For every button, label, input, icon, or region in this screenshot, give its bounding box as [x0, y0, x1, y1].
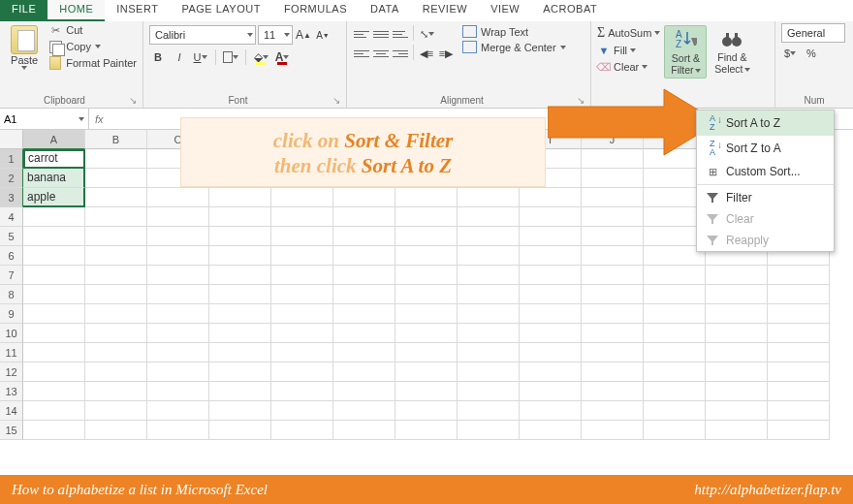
cell[interactable]: [520, 343, 582, 362]
cell[interactable]: [209, 343, 271, 362]
cell[interactable]: [768, 304, 830, 324]
cell[interactable]: [209, 246, 271, 266]
cell[interactable]: [706, 285, 768, 304]
cell[interactable]: [582, 324, 644, 343]
cell[interactable]: [644, 421, 706, 440]
row-header-14[interactable]: 14: [0, 401, 23, 421]
cell[interactable]: [520, 304, 582, 324]
menu-sort-a-z[interactable]: AZ↓Sort A to Z: [697, 110, 834, 136]
cell[interactable]: [209, 382, 271, 401]
row-header-8[interactable]: 8: [0, 285, 23, 304]
tab-view[interactable]: VIEW: [479, 0, 531, 21]
cell[interactable]: [209, 227, 271, 246]
cell[interactable]: [85, 246, 147, 266]
font-color-button[interactable]: A: [273, 48, 291, 66]
menu-filter[interactable]: Filter: [697, 187, 834, 208]
cell[interactable]: [333, 401, 395, 421]
cell[interactable]: [458, 285, 520, 304]
cell[interactable]: [209, 304, 271, 324]
underline-button[interactable]: U: [192, 48, 209, 66]
percent-format-button[interactable]: %: [803, 45, 820, 62]
tab-formulas[interactable]: FORMULAS: [272, 0, 359, 21]
row-header-2[interactable]: 2: [0, 169, 23, 188]
cell[interactable]: [706, 362, 768, 382]
cell[interactable]: [333, 207, 395, 227]
cell[interactable]: [644, 343, 706, 362]
copy-button[interactable]: Copy: [48, 40, 137, 53]
cell[interactable]: [333, 324, 395, 343]
chevron-down-icon[interactable]: [95, 45, 101, 48]
cell[interactable]: [706, 343, 768, 362]
row-header-1[interactable]: 1: [0, 149, 23, 169]
increase-font-button[interactable]: A▲: [295, 26, 312, 44]
cell[interactable]: [147, 324, 209, 343]
select-all-corner[interactable]: [0, 130, 23, 149]
cell[interactable]: [395, 188, 458, 207]
cell[interactable]: [768, 266, 830, 285]
row-header-4[interactable]: 4: [0, 207, 23, 227]
cell[interactable]: [333, 188, 395, 207]
increase-indent-button[interactable]: ≡▶: [437, 45, 455, 62]
cell[interactable]: [209, 421, 271, 440]
cell[interactable]: [395, 324, 458, 343]
format-painter-button[interactable]: Format Painter: [48, 56, 137, 70]
cell[interactable]: [395, 421, 458, 440]
cell[interactable]: [395, 246, 458, 266]
cell[interactable]: [85, 382, 147, 401]
cell[interactable]: [458, 421, 520, 440]
cell[interactable]: [209, 266, 271, 285]
cell[interactable]: [520, 285, 582, 304]
name-box-input[interactable]: [4, 113, 79, 125]
row-header-6[interactable]: 6: [0, 246, 23, 266]
font-size-combo[interactable]: 11: [258, 25, 293, 45]
cell[interactable]: [644, 324, 706, 343]
cell[interactable]: [395, 382, 458, 401]
cell[interactable]: [333, 304, 395, 324]
cell[interactable]: [458, 343, 520, 362]
cell[interactable]: [147, 382, 209, 401]
cell[interactable]: [147, 304, 209, 324]
cell[interactable]: [23, 227, 85, 246]
cell[interactable]: [520, 324, 582, 343]
cell[interactable]: [458, 227, 520, 246]
cell[interactable]: [706, 401, 768, 421]
cell[interactable]: [395, 362, 458, 382]
cell[interactable]: [147, 188, 209, 207]
cell[interactable]: [458, 324, 520, 343]
cell[interactable]: [209, 401, 271, 421]
row-header-7[interactable]: 7: [0, 266, 23, 285]
cell[interactable]: [23, 324, 85, 343]
align-bottom-button[interactable]: [392, 25, 409, 43]
menu-custom-sort[interactable]: ⊞Custom Sort...: [697, 161, 834, 182]
cell[interactable]: [582, 285, 644, 304]
cell[interactable]: [582, 246, 644, 266]
cell[interactable]: [209, 362, 271, 382]
cell[interactable]: [271, 188, 333, 207]
cell[interactable]: [706, 324, 768, 343]
name-box[interactable]: [0, 109, 89, 129]
number-format-combo[interactable]: General: [781, 23, 845, 43]
cell[interactable]: [395, 401, 458, 421]
merge-center-button[interactable]: Merge & Center: [462, 41, 566, 53]
cell[interactable]: [706, 421, 768, 440]
row-header-3[interactable]: 3: [0, 188, 23, 207]
cell[interactable]: [271, 362, 333, 382]
cell[interactable]: [147, 207, 209, 227]
cell[interactable]: [768, 343, 830, 362]
cell[interactable]: [85, 362, 147, 382]
menu-sort-z-a[interactable]: ZA↓Sort Z to A: [697, 136, 834, 161]
cell[interactable]: [333, 343, 395, 362]
cell[interactable]: [85, 207, 147, 227]
cell[interactable]: [520, 401, 582, 421]
cell[interactable]: [271, 266, 333, 285]
row-header-10[interactable]: 10: [0, 324, 23, 343]
cell[interactable]: [333, 421, 395, 440]
autosum-button[interactable]: ΣAutoSum: [597, 25, 660, 41]
cell[interactable]: [458, 207, 520, 227]
row-header-12[interactable]: 12: [0, 362, 23, 382]
col-header-A[interactable]: A: [23, 130, 85, 149]
decrease-font-button[interactable]: A▼: [314, 26, 332, 44]
cell[interactable]: [85, 324, 147, 343]
tab-file[interactable]: FILE: [0, 0, 47, 21]
cell[interactable]: [458, 304, 520, 324]
